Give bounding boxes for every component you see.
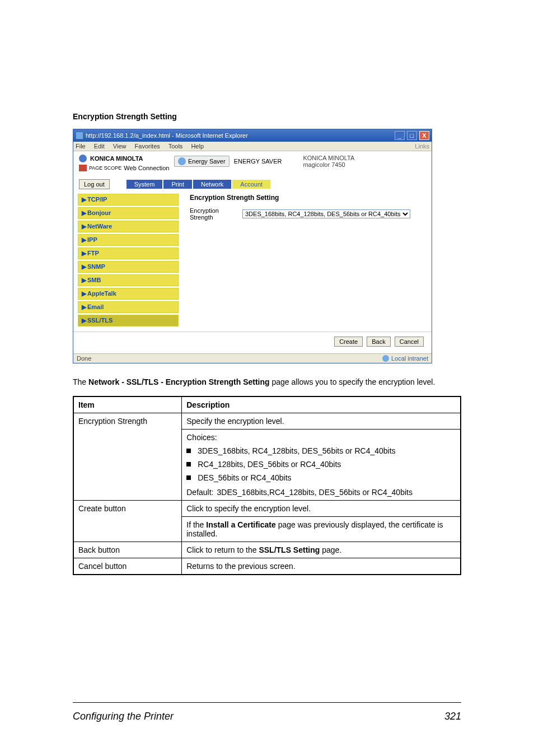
sidebar-item-ipp[interactable]: ▶IPP [78,234,179,246]
create-button[interactable]: Create [334,337,363,347]
default-label: Default: [186,488,213,497]
back-button[interactable]: Back [367,337,390,347]
col-item: Item [73,396,182,413]
browser-window: http://192.168.1.2/a_index.html - Micros… [73,129,432,363]
tab-account[interactable]: Account [232,180,270,189]
tab-network[interactable]: Network [193,180,231,189]
pagescope-icon [79,165,87,171]
row-create-item: Create button [73,500,182,542]
row-encryption-strength-item: Encryption Strength [73,413,182,500]
tab-system[interactable]: System [127,180,163,189]
sidebar-item-netware[interactable]: ▶NetWare [78,221,179,232]
row-cancel-desc: Returns to the previous screen. [182,558,461,575]
device-brand: KONICA MINOLTA [303,155,354,161]
status-done: Done [77,355,91,362]
window-buttons: _ □ X [395,131,429,140]
brand-logo-icon [79,155,87,162]
device-model: magicolor 7450 [303,161,354,168]
menu-tools[interactable]: Tools [168,143,186,150]
row-back-item: Back button [73,542,182,558]
col-description: Description [182,396,461,413]
header-area: KONICA MINOLTA PAGE SCOPE Web Connection… [73,151,432,175]
choice-2: RC4_128bits, DES_56bits or RC4_40bits [186,460,456,469]
ie-icon [76,132,83,139]
menu-help[interactable]: Help [191,143,207,150]
sidebar-item-ssltls[interactable]: ▶SSL/TLS [78,315,179,326]
section-heading: Encryption Strength Setting [73,112,461,121]
sidebar-item-appletalk[interactable]: ▶AppleTalk [78,288,179,300]
choice-3: DES_56bits or RC4_40bits [186,473,456,482]
pagescope-prefix: PAGE SCOPE [89,165,121,171]
logout-button[interactable]: Log out [79,179,110,189]
status-zone: Local intranet [382,355,428,362]
sidebar-item-tcpip[interactable]: ▶TCP/IP [78,194,179,206]
encryption-strength-select[interactable]: 3DES_168bits, RC4_128bits, DES_56bits or… [242,209,410,218]
globe-icon [382,355,389,362]
properties-table: Item Description Encryption Strength Spe… [73,396,461,575]
window-title: http://192.168.1.2/a_index.html - Micros… [86,132,248,139]
sidebar-item-ftp[interactable]: ▶FTP [78,248,179,259]
row-create-desc2: If the Install a Certificate page was pr… [182,516,461,542]
default-value: 3DES_168bits,RC4_128bits, DES_56bits or … [214,488,413,497]
menu-edit[interactable]: Edit [94,143,108,150]
row-encryption-strength-desc1: Specify the encryption level. [182,413,461,429]
page-footer: Configuring the Printer 321 [73,702,461,722]
sidebar-item-smb[interactable]: ▶SMB [78,274,179,286]
pagescope-label: Web Connection [124,165,169,171]
choice-1: 3DES_168bits, RC4_128bits, DES_56bits or… [186,446,456,455]
sidebar-item-bonjour[interactable]: ▶Bonjour [78,207,179,219]
moon-icon [178,157,186,165]
row-encryption-strength-desc2: Choices: 3DES_168bits, RC4_128bits, DES_… [182,429,461,500]
row-create-desc1: Click to specify the encryption level. [182,500,461,516]
window-titlebar: http://192.168.1.2/a_index.html - Micros… [73,129,432,142]
sidebar-item-email[interactable]: ▶Email [78,301,179,313]
menu-favorites[interactable]: Favorites [135,143,163,150]
menu-file[interactable]: File [76,143,89,150]
menu-bar: File Edit View Favorites Tools Help Link… [73,142,432,151]
tab-print[interactable]: Print [163,180,192,189]
brand-name: KONICA MINOLTA [90,155,143,162]
maximize-icon[interactable]: □ [407,131,417,140]
footer-title: Configuring the Printer [73,711,174,722]
row-cancel-item: Cancel button [73,558,182,575]
content-title: Encryption Strength Setting [190,194,424,202]
energy-saver-button[interactable]: Energy Saver [174,156,229,167]
minimize-icon[interactable]: _ [395,131,405,140]
footer-page-number: 321 [444,711,461,722]
cancel-button[interactable]: Cancel [395,337,424,347]
encryption-strength-label: Encryption Strength [190,207,235,221]
energy-saver-label: ENERGY SAVER [234,158,282,165]
close-icon[interactable]: X [419,131,429,140]
row-back-desc: Click to return to the SSL/TLS Setting p… [182,542,461,558]
sidebar: ▶TCP/IP ▶Bonjour ▶NetWare ▶IPP ▶FTP ▶SNM… [73,190,182,332]
links-label[interactable]: Links [415,143,429,150]
sidebar-item-snmp[interactable]: ▶SNMP [78,261,179,273]
energy-saver-btn-label: Energy Saver [188,158,226,165]
intro-paragraph: The Network - SSL/TLS - Encryption Stren… [73,377,461,388]
menu-view[interactable]: View [113,143,130,150]
